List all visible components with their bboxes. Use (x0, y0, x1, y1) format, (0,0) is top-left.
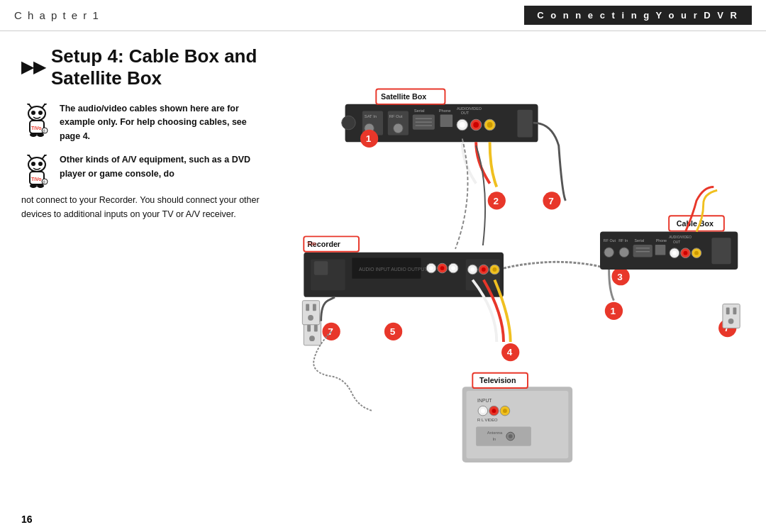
svg-text:4: 4 (507, 347, 513, 358)
svg-point-26 (342, 116, 355, 129)
svg-text:Television: Television (479, 376, 516, 384)
chapter-label: C h a p t e r 1 (14, 9, 100, 21)
svg-point-22 (30, 184, 37, 188)
svg-point-63 (429, 266, 433, 270)
svg-text:5: 5 (390, 326, 396, 337)
svg-rect-126 (711, 238, 731, 264)
svg-point-140 (308, 315, 313, 321)
svg-rect-138 (306, 304, 309, 311)
note-text-2: Other kinds of A/V equipment, such as a … (60, 153, 262, 181)
svg-text:Cable Box: Cable Box (677, 219, 714, 228)
svg-point-96 (492, 409, 496, 413)
svg-point-111 (619, 248, 629, 257)
svg-text:TiVo: TiVo (31, 126, 42, 131)
svg-text:R    L    VIDEO: R L VIDEO (477, 418, 498, 422)
note2-bold: Other kinds of A/V equipment, such as a … (60, 155, 250, 178)
svg-rect-48 (517, 110, 532, 138)
svg-text:Antenna: Antenna (487, 431, 503, 435)
svg-rect-137 (302, 301, 319, 325)
body-text: not connect to your Recorder. You should… (21, 193, 262, 221)
note1-bold: The audio/video cables shown here are fo… (60, 104, 247, 141)
svg-point-94 (481, 409, 485, 413)
tivo-logo-1: TiVo ® (21, 104, 52, 135)
svg-point-43 (460, 122, 465, 128)
svg-rect-88 (314, 325, 318, 332)
svg-point-5 (31, 111, 35, 115)
page-title: Setup 4: Cable Box and Satellite Box (51, 45, 262, 89)
svg-point-72 (482, 267, 486, 272)
svg-point-18 (31, 162, 35, 166)
connecting-dvr-title: C o n n e c t i n g Y o u r D V R (524, 6, 752, 25)
svg-point-67 (451, 266, 455, 270)
svg-text:Phone: Phone (439, 109, 451, 113)
tivo-mascot-2-icon: TiVo ® (21, 155, 52, 190)
svg-text:AUDIO INPUT AUDIO OUTPUT: AUDIO INPUT AUDIO OUTPUT (359, 267, 428, 272)
svg-point-6 (38, 111, 43, 115)
svg-point-109 (604, 248, 614, 257)
left-column: ▶▶ Setup 4: Cable Box and Satellite Box (21, 43, 262, 497)
svg-rect-100 (476, 426, 531, 445)
svg-point-74 (492, 267, 496, 272)
svg-point-70 (470, 267, 474, 272)
arrow-icon: ▶▶ (21, 58, 45, 77)
page-title-area: ▶▶ Setup 4: Cable Box and Satellite Box (21, 43, 262, 89)
svg-point-23 (37, 184, 44, 188)
svg-rect-38 (440, 114, 453, 126)
svg-text:TiVo: TiVo (306, 241, 316, 246)
svg-text:®: ® (43, 129, 46, 133)
svg-point-45 (473, 122, 479, 128)
svg-text:Serial: Serial (635, 238, 645, 243)
svg-point-104 (509, 434, 513, 438)
svg-point-9 (30, 133, 37, 137)
svg-rect-59 (314, 261, 328, 275)
svg-text:®: ® (43, 180, 46, 184)
svg-rect-134 (726, 307, 730, 314)
svg-text:1: 1 (611, 306, 616, 316)
note-block-1: TiVo ® The audio/video cables shown here… (21, 102, 262, 143)
svg-point-65 (440, 266, 445, 270)
svg-text:Serial: Serial (414, 109, 425, 113)
svg-text:AUDIO/VIDEO: AUDIO/VIDEO (669, 235, 692, 239)
svg-rect-135 (733, 307, 736, 314)
svg-text:RF Out: RF Out (604, 238, 616, 243)
page-number: 16 (21, 514, 33, 525)
tivo-mascot-icon: TiVo ® (21, 104, 52, 139)
svg-rect-113 (633, 245, 653, 257)
page-header: C h a p t e r 1 C o n n e c t i n g Y o … (0, 0, 766, 31)
svg-text:Phone: Phone (656, 238, 667, 243)
diagram-area: SAT In RF Out Serial Phone AUDIO/VIDEO O… (262, 43, 745, 497)
svg-text:AUDIO/VIDEO: AUDIO/VIDEO (457, 106, 482, 111)
svg-rect-139 (313, 304, 316, 311)
svg-point-121 (672, 251, 677, 255)
svg-text:RF Out: RF Out (389, 114, 403, 118)
svg-text:1: 1 (366, 133, 372, 144)
svg-text:2: 2 (493, 196, 499, 206)
note-block-2: TiVo ® Other kinds of A/V equipment, suc… (21, 153, 262, 186)
svg-point-89 (309, 336, 315, 341)
svg-point-10 (37, 133, 44, 137)
main-content: ▶▶ Setup 4: Cable Box and Satellite Box (0, 31, 766, 508)
svg-text:3: 3 (617, 272, 623, 282)
svg-text:INPUT: INPUT (477, 398, 492, 403)
tivo-logo-2: TiVo ® (21, 155, 52, 186)
svg-rect-68 (466, 259, 501, 290)
svg-text:In: In (492, 437, 496, 441)
svg-text:SAT In: SAT In (365, 114, 377, 118)
svg-rect-87 (307, 325, 311, 332)
svg-point-125 (694, 251, 699, 255)
svg-text:Satellite Box: Satellite Box (381, 92, 426, 101)
svg-point-136 (728, 318, 734, 324)
svg-text:OUT: OUT (673, 240, 680, 244)
svg-point-47 (487, 122, 493, 128)
svg-text:RF In: RF In (618, 238, 628, 243)
svg-point-98 (503, 409, 507, 413)
svg-point-123 (684, 251, 688, 255)
svg-text:OUT: OUT (461, 111, 470, 115)
svg-rect-133 (723, 304, 740, 328)
svg-point-19 (38, 162, 43, 166)
svg-rect-117 (655, 245, 666, 255)
svg-point-32 (394, 123, 404, 133)
note-text-1: The audio/video cables shown here are fo… (60, 102, 262, 143)
svg-text:TiVo: TiVo (31, 177, 42, 182)
svg-text:7: 7 (548, 196, 554, 206)
